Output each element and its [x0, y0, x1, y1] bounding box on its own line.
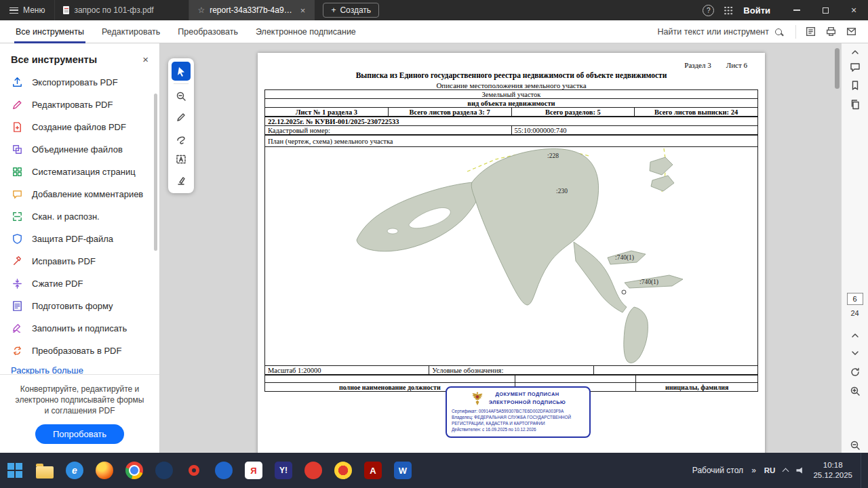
help-button[interactable]: ? — [703, 5, 714, 16]
page-number-input[interactable]: 6 — [847, 293, 863, 305]
document-scrollbar[interactable] — [835, 48, 840, 89]
rotate-page-button[interactable] — [849, 366, 861, 380]
cadastral-label: Кадастровый номер: — [265, 126, 512, 135]
edge-browser-button[interactable]: e — [60, 453, 90, 488]
organize-pages-icon — [11, 165, 24, 178]
legend-empty-cell — [593, 366, 757, 375]
sidebar-item-fill-sign[interactable]: Заполнить и подписать — [0, 317, 159, 340]
draw-tool-button[interactable] — [172, 129, 191, 148]
toolbar-item-esign[interactable]: Электронное подписание — [247, 20, 365, 43]
toolbar-expand-icon[interactable]: » — [751, 466, 756, 475]
next-page-button[interactable] — [849, 347, 861, 361]
sidebar-item-add-comments[interactable]: Добавление комментариев — [0, 183, 159, 205]
sections-total-cell: Всего разделов: 5 — [511, 108, 635, 117]
acrobat-app-button[interactable]: A — [358, 453, 388, 488]
coat-of-arms-icon — [471, 391, 484, 406]
close-sidebar-icon[interactable]: × — [142, 54, 149, 65]
telegram-app-button[interactable] — [149, 453, 179, 488]
tab-document-1[interactable]: запрос по 101-фз.pdf — [54, 0, 189, 20]
clock[interactable]: 10:18 25.12.2025 — [813, 460, 852, 481]
toolbar: Все инструменты Редактировать Преобразов… — [0, 20, 868, 43]
show-desktop-button[interactable] — [861, 453, 864, 488]
tab-document-2[interactable]: ☆ report-34a33f7b-4a9b... × — [189, 0, 315, 20]
sidebar-item-edit-pdf[interactable]: Редактировать PDF — [0, 94, 159, 116]
desktop-toolbar-label[interactable]: Рабочий стол — [692, 466, 743, 475]
start-button[interactable] — [0, 453, 30, 488]
print-button[interactable] — [821, 22, 841, 42]
print-icon — [825, 26, 837, 37]
try-button[interactable]: Попробовать — [35, 424, 124, 444]
zoom-tool-button[interactable] — [172, 87, 191, 106]
firefox-icon — [96, 462, 113, 479]
acrobat-icon: A — [364, 462, 382, 479]
pdf-page: Раздел 3 Лист 6 Выписка из Единого госуд… — [258, 53, 765, 453]
hidden-icons-chevron[interactable] — [783, 468, 789, 475]
maximize-button[interactable] — [811, 0, 840, 20]
edit-pdf-icon — [11, 98, 24, 111]
attachments-panel-button[interactable] — [849, 98, 861, 113]
apps-grid-icon[interactable] — [724, 6, 732, 15]
file-explorer-button[interactable] — [30, 453, 60, 488]
tab-label: report-34a33f7b-4a9b... — [210, 5, 294, 15]
zoom-in-button[interactable] — [849, 385, 861, 399]
parcel-label-740-a: :740(1) — [615, 254, 634, 262]
language-indicator[interactable]: RU — [764, 466, 776, 474]
right-panel: 6 24 — [841, 43, 868, 453]
sidebar-item-protect-pdf[interactable]: Защита PDF-файла — [0, 228, 159, 250]
yandex-app-button[interactable]: Я — [239, 453, 269, 488]
registration-table: 22.12.2025г. № КУВИ-001/2025-230722533 К… — [264, 117, 758, 135]
sidebar-item-combine-files[interactable]: Объединение файлов — [0, 138, 159, 161]
registration-line: 22.12.2025г. № КУВИ-001/2025-230722533 — [265, 117, 758, 126]
search-control[interactable]: Найти текст или инструмент — [658, 27, 791, 37]
text-box-tool-button[interactable] — [172, 150, 191, 169]
yahoo-app-button[interactable]: Y! — [269, 453, 298, 488]
create-button[interactable]: + Создать — [323, 3, 379, 18]
close-icon: × — [851, 5, 856, 16]
word-icon: W — [394, 462, 412, 479]
minimize-button[interactable] — [783, 0, 811, 20]
sidebar-scrollbar[interactable] — [154, 94, 157, 251]
signin-button[interactable]: Войти — [743, 5, 770, 16]
highlight-tool-button[interactable] — [172, 171, 191, 190]
word-app-button[interactable]: W — [388, 453, 418, 488]
sidebar-item-prepare-form[interactable]: Подготовить форму — [0, 295, 159, 317]
mail-app-button[interactable] — [209, 453, 239, 488]
toolbar-item-edit[interactable]: Редактировать — [93, 20, 169, 43]
sidebar-item-organize-pages[interactable]: Систематизация страниц — [0, 161, 159, 183]
mail-button[interactable] — [841, 22, 861, 42]
toolbar-item-all-tools[interactable]: Все инструменты — [7, 20, 93, 43]
legend-cell: Условные обозначения: — [429, 366, 593, 375]
opera-browser-button[interactable] — [179, 453, 209, 488]
bookmarks-panel-button[interactable] — [849, 79, 861, 94]
sidebar-item-fix-pdf[interactable]: Исправить PDF — [0, 250, 159, 272]
sidebar-item-create-pdf[interactable]: Создание файлов PDF — [0, 116, 159, 138]
stamp-line-1: ДОКУМЕНТ ПОДПИСАН — [489, 390, 566, 399]
firefox-browser-button[interactable] — [90, 453, 119, 488]
volume-icon[interactable] — [796, 467, 805, 474]
zoom-out-button[interactable] — [849, 439, 861, 453]
star-icon[interactable]: ☆ — [197, 5, 205, 15]
sidebar-item-scan-ocr[interactable]: Скан. и распозн. — [0, 205, 159, 228]
sidebar-item-export-pdf[interactable]: Экспортировать PDF — [0, 71, 159, 94]
sidebar-item-convert-to-pdf[interactable]: Преобразовать в PDF — [0, 340, 159, 362]
close-window-button[interactable]: × — [840, 0, 868, 20]
stamp-line-2: ЭЛЕКТРОННОЙ ПОДПИСЬЮ — [489, 399, 566, 407]
select-tool-button[interactable] — [172, 62, 191, 81]
scroll-up-button[interactable] — [849, 46, 861, 60]
sidebar-item-label: Редактировать PDF — [32, 100, 113, 110]
comments-panel-button[interactable] — [849, 61, 861, 75]
chrome-browser-button[interactable] — [119, 453, 149, 488]
previous-page-button[interactable] — [849, 329, 861, 344]
red-app-button[interactable] — [298, 453, 328, 488]
page-display-button[interactable] — [800, 22, 821, 42]
scale-cell: Масштаб 1:20000 — [265, 366, 429, 375]
create-label: Создать — [340, 5, 371, 15]
menu-button[interactable]: Меню — [0, 0, 54, 20]
sidebar-item-compress-pdf[interactable]: Сжатие PDF — [0, 272, 159, 295]
text-box-icon — [175, 153, 187, 165]
toolbar-item-convert[interactable]: Преобразовать — [169, 20, 247, 43]
close-tab-icon[interactable]: × — [299, 5, 307, 16]
pen-tool-button[interactable] — [172, 108, 191, 127]
sidebar-item-label: Подготовить форму — [32, 301, 113, 311]
yandex-browser-button[interactable] — [328, 453, 358, 488]
